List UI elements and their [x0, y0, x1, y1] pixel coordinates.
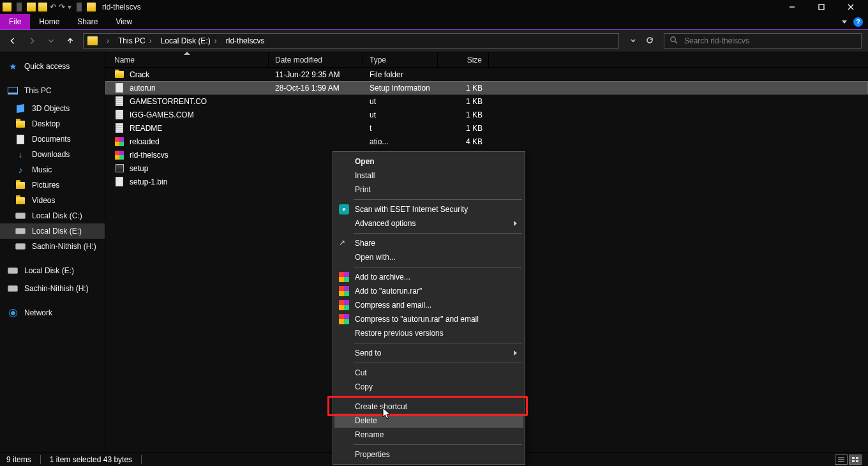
music-icon: ♪: [19, 165, 23, 175]
svg-rect-10: [856, 457, 858, 459]
drive-icon: [8, 267, 18, 274]
breadcrumb-thispc[interactable]: This PC›: [114, 35, 156, 47]
ctx-add-rar[interactable]: Add to "autorun.rar": [334, 284, 523, 298]
view-large-button[interactable]: [849, 455, 862, 465]
ctx-eset-scan[interactable]: eScan with ESET Internet Security: [334, 202, 523, 216]
ctx-restore[interactable]: Restore previous versions: [334, 326, 523, 340]
ctx-open-with[interactable]: Open with...: [334, 250, 523, 264]
sidebar-item[interactable]: ♪Music: [0, 162, 105, 177]
file-row[interactable]: autorun28-Oct-16 1:59 AMSetup Informatio…: [105, 81, 868, 94]
installer-icon: [116, 164, 124, 172]
folder-icon: [16, 182, 25, 189]
ctx-share[interactable]: ↗Share: [334, 236, 523, 250]
ctx-send-to[interactable]: Send to: [334, 346, 523, 360]
ctx-install[interactable]: Install: [334, 169, 523, 183]
address-dropdown-icon[interactable]: [629, 36, 637, 46]
search-input[interactable]: [683, 36, 856, 46]
ctx-add-archive[interactable]: Add to archive...: [334, 270, 523, 284]
star-icon: ★: [8, 61, 18, 71]
breadcrumb-folder[interactable]: rld-thelscvs: [222, 35, 269, 47]
file-name: autorun: [130, 84, 156, 93]
sidebar-item[interactable]: Videos: [0, 193, 105, 208]
file-row[interactable]: GAMESTORRENT.COut1 KB: [105, 94, 868, 108]
breadcrumb-drive[interactable]: Local Disk (E:)›: [157, 35, 221, 47]
breadcrumb[interactable]: › This PC› Local Disk (E:)› rld-thelscvs: [83, 33, 619, 49]
refresh-icon[interactable]: [646, 36, 654, 46]
breadcrumb-root-chev[interactable]: ›: [101, 35, 113, 47]
ctx-rename[interactable]: Rename: [334, 428, 523, 442]
nav-up-button[interactable]: [64, 34, 77, 47]
tab-home[interactable]: Home: [30, 14, 68, 29]
ctx-advanced[interactable]: Advanced options: [334, 216, 523, 230]
context-menu: Open Install Print eScan with ESET Inter…: [333, 151, 525, 465]
file-row[interactable]: IGG-GAMES.COMut1 KB: [105, 108, 868, 121]
svg-rect-11: [852, 460, 855, 462]
sidebar-item[interactable]: Documents: [0, 132, 105, 147]
chevron-right-icon: [514, 350, 517, 356]
qat-icon-1[interactable]: [3, 3, 11, 11]
maximize-button[interactable]: [807, 0, 836, 14]
col-size[interactable]: Size: [438, 52, 489, 67]
tab-share[interactable]: Share: [68, 14, 107, 29]
ctx-properties[interactable]: Properties: [334, 447, 523, 462]
col-type[interactable]: Type: [363, 52, 438, 67]
sidebar-item[interactable]: Pictures: [0, 177, 105, 193]
folder-icon: [16, 197, 25, 204]
file-row[interactable]: READMEt1 KB: [105, 121, 868, 135]
ctx-cut[interactable]: Cut: [334, 366, 523, 380]
ctx-compress-email[interactable]: Compress and email...: [334, 298, 523, 312]
file-name: GAMESTORRENT.CO: [130, 97, 207, 106]
cube-icon: [17, 104, 24, 113]
tab-file[interactable]: File: [0, 14, 30, 29]
sidebar-quick-access[interactable]: ★ Quick access: [0, 59, 105, 74]
rar-icon: [339, 314, 349, 324]
sidebar-item[interactable]: Sachin-Nithish (H:): [0, 239, 105, 254]
nav-forward-button[interactable]: [26, 34, 38, 47]
rar-icon: [339, 286, 349, 296]
svg-rect-9: [852, 457, 855, 459]
nav-back-button[interactable]: [6, 34, 19, 47]
address-bar: › This PC› Local Disk (E:)› rld-thelscvs: [0, 29, 868, 52]
file-row[interactable]: Crack11-Jun-22 9:35 AMFile folder: [105, 68, 868, 81]
help-icon[interactable]: ?: [853, 17, 863, 27]
sidebar-item[interactable]: Local Disk (E:): [0, 263, 105, 278]
sidebar-item[interactable]: ↓Downloads: [0, 147, 105, 162]
sidebar-item[interactable]: Local Disk (C:): [0, 208, 105, 223]
undo-icon[interactable]: ↶: [50, 3, 56, 11]
file-name: IGG-GAMES.COM: [130, 110, 194, 119]
sidebar-this-pc[interactable]: This PC: [0, 83, 105, 98]
folder-icon: [16, 121, 25, 128]
ctx-print[interactable]: Print: [334, 183, 523, 197]
qat-dropdown[interactable]: ▾: [68, 3, 71, 11]
qat-icon-2[interactable]: [27, 3, 36, 11]
svg-rect-1: [819, 4, 824, 10]
minimize-button[interactable]: [777, 0, 807, 14]
nav-recent-button[interactable]: [45, 34, 57, 47]
sidebar-item[interactable]: Sachin-Nithish (H:): [0, 281, 105, 296]
view-details-button[interactable]: [835, 455, 848, 465]
qat-icon-3[interactable]: [38, 3, 47, 11]
ctx-open[interactable]: Open: [334, 154, 523, 169]
sidebar-item[interactable]: Local Disk (E:): [0, 223, 105, 239]
ctx-create-shortcut[interactable]: Create shortcut: [334, 400, 523, 414]
sidebar-item[interactable]: Desktop: [0, 116, 105, 132]
ctx-copy[interactable]: Copy: [334, 380, 523, 394]
col-name[interactable]: Name: [105, 52, 269, 67]
ctx-compress-rar-email[interactable]: Compress to "autorun.rar" and email: [334, 312, 523, 326]
close-button[interactable]: [836, 0, 865, 14]
sidebar-network[interactable]: Network: [0, 305, 105, 320]
ribbon-expand-icon[interactable]: [842, 20, 847, 24]
body: ★ Quick access This PC 3D ObjectsDesktop…: [0, 52, 868, 452]
status-count: 9 items: [6, 455, 31, 464]
tab-view[interactable]: View: [107, 14, 141, 29]
archive-icon: [115, 151, 124, 160]
file-row[interactable]: reloadedatio...4 KB: [105, 135, 868, 148]
rar-icon: [339, 272, 349, 282]
sidebar-item[interactable]: 3D Objects: [0, 101, 105, 116]
window-title: rld-thelscvs: [102, 3, 141, 11]
redo-icon[interactable]: ↷: [59, 3, 65, 11]
col-date[interactable]: Date modified: [269, 52, 363, 67]
ctx-delete[interactable]: Delete: [334, 414, 523, 428]
search-box[interactable]: [664, 33, 862, 49]
folder-icon: [115, 71, 124, 78]
